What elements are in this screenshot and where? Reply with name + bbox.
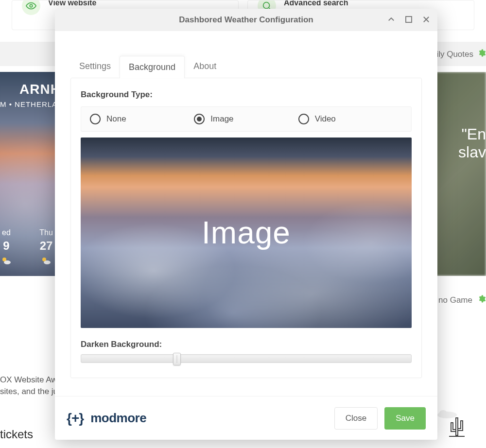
quote-line: "En xyxy=(458,125,486,143)
brand-icon: {+} xyxy=(67,411,84,426)
tab-settings[interactable]: Settings xyxy=(70,55,120,78)
partly-cloudy-icon xyxy=(0,256,17,267)
bg-option-none[interactable]: None xyxy=(90,114,194,124)
forecast-day: ed 9 xyxy=(0,228,17,267)
eye-icon xyxy=(22,0,40,15)
gear-icon[interactable] xyxy=(477,294,486,306)
darken-slider[interactable] xyxy=(81,354,412,363)
partly-cloudy-icon xyxy=(35,256,57,267)
tickets-heading: tickets xyxy=(0,428,33,441)
forecast-day-name: ed xyxy=(0,228,17,237)
svg-point-1 xyxy=(263,2,270,9)
save-button[interactable]: Save xyxy=(384,407,426,430)
darken-label: Darken Background: xyxy=(81,340,412,349)
bg-option-video[interactable]: Video xyxy=(298,114,402,124)
svg-point-6 xyxy=(44,260,51,264)
slider-thumb[interactable] xyxy=(173,353,181,365)
advanced-search-label: Advanced search xyxy=(284,0,348,7)
weather-widget[interactable]: ARNHE M • NETHERLA ed 9 Thu 27 xyxy=(0,72,63,276)
svg-point-8 xyxy=(439,410,447,416)
quotes-label: ily Quotes xyxy=(436,50,473,59)
bg-type-label: Background Type: xyxy=(81,90,412,100)
radio-icon xyxy=(194,114,205,124)
tab-about[interactable]: About xyxy=(185,55,225,78)
close-icon xyxy=(422,18,431,25)
quote-line: slav xyxy=(458,143,486,161)
close-x-button[interactable] xyxy=(420,13,433,27)
option-label: Video xyxy=(315,114,336,124)
chevron-up-icon xyxy=(387,18,396,25)
modal-title: Dashbored Weather Configuration xyxy=(179,15,313,25)
svg-point-0 xyxy=(30,4,33,7)
close-button[interactable]: Close xyxy=(334,407,378,430)
quotes-widget-header[interactable]: ily Quotes xyxy=(436,49,486,60)
modal-footer: {+} modmore Close Save xyxy=(55,396,437,440)
bg-type-options: None Image Video xyxy=(81,106,412,132)
bg-preview[interactable]: Image xyxy=(81,138,412,328)
bg-option-image[interactable]: Image xyxy=(194,114,298,124)
config-modal: Dashbored Weather Configuration Settings… xyxy=(55,9,437,440)
modal-tabs: Settings Background About xyxy=(70,55,422,78)
forecast-day: Thu 27 xyxy=(35,228,57,267)
option-label: Image xyxy=(210,114,233,124)
maximize-button[interactable] xyxy=(402,13,415,27)
maximize-icon xyxy=(404,18,413,25)
option-label: None xyxy=(106,114,126,124)
radio-icon xyxy=(298,114,309,124)
quote-text: "En slav xyxy=(458,125,486,161)
forecast-day-name: Thu xyxy=(35,228,57,237)
game-widget-header[interactable]: no Game xyxy=(438,294,486,306)
brand[interactable]: {+} modmore xyxy=(67,411,146,426)
tab-background[interactable]: Background xyxy=(120,56,185,78)
background-panel: Background Type: None Image Video Image xyxy=(70,78,422,378)
weather-subline: M • NETHERLA xyxy=(0,100,63,108)
forecast-temp: 9 xyxy=(0,239,17,253)
preview-text: Image xyxy=(202,215,291,251)
cactus-icon xyxy=(447,416,467,439)
svg-rect-10 xyxy=(406,17,412,22)
collapse-button[interactable] xyxy=(385,13,398,27)
brand-text: modmore xyxy=(90,411,146,426)
svg-point-4 xyxy=(4,260,11,264)
modal-titlebar[interactable]: Dashbored Weather Configuration xyxy=(55,9,437,31)
radio-icon xyxy=(90,114,101,124)
gear-icon[interactable] xyxy=(477,49,486,60)
forecast-temp: 27 xyxy=(35,239,57,253)
view-website-label: View website xyxy=(48,0,96,7)
game-label: no Game xyxy=(438,295,472,305)
